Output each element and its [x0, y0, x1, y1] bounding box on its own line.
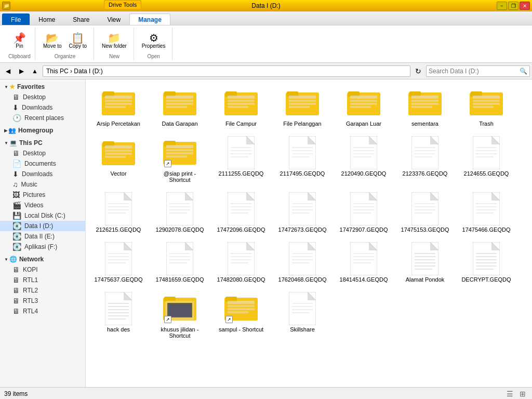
file-icon-2117495.GEQDQ — [289, 136, 316, 169]
list-item[interactable]: Skillshare — [274, 289, 331, 341]
downloads-label: Downloads — [22, 170, 52, 178]
drive-tools-tab[interactable]: Drive Tools — [104, 0, 141, 9]
file-icon-Data Garapan — [163, 86, 196, 119]
sidebar-network-header[interactable]: ▼ 🌐 Network — [0, 254, 85, 264]
file-name: Garapan Luar — [346, 121, 381, 127]
list-item[interactable]: 17475637.GEQDQ — [90, 240, 147, 285]
sidebar-item-datad[interactable]: 💽 Data I (D:) — [0, 221, 85, 231]
sidebar-item-aplikasi[interactable]: 💽 Aplikasi (F:) — [0, 242, 85, 252]
file-name: Vector — [110, 170, 126, 177]
list-item[interactable]: File Campur — [212, 84, 270, 129]
list-item[interactable]: 2117495.GEQDQ — [274, 134, 331, 185]
tab-manage[interactable]: Manage — [129, 14, 170, 25]
sidebar-item-rtl4[interactable]: 🖥 RTL4 — [0, 306, 85, 316]
sidebar-item-kopi[interactable]: 🖥 KOPI — [0, 264, 85, 275]
large-icons-view-button[interactable]: ⊞ — [517, 389, 528, 399]
sidebar-item-desktop[interactable]: 🖥 Desktop — [0, 92, 85, 102]
properties-button[interactable]: ⚙ Properties — [139, 31, 168, 50]
list-item[interactable]: File Pelanggan — [274, 84, 331, 129]
list-item[interactable]: 17475153.GEQDQ — [396, 190, 454, 235]
list-item[interactable]: ↗ @siap print - Shortcut — [151, 134, 208, 185]
ribbon-group-new: 📁 New folder New — [95, 28, 134, 60]
svg-rect-27 — [350, 100, 377, 102]
list-item[interactable]: Data Garapan — [151, 84, 208, 129]
tab-home[interactable]: Home — [30, 14, 64, 25]
file-name: 17620468.GEQDQ — [278, 276, 327, 283]
file-icon-sementara — [408, 86, 442, 119]
list-item[interactable]: 17481659.GEQDQ — [151, 240, 208, 285]
list-item[interactable]: 18414514.GEQDQ — [335, 240, 392, 285]
new-folder-button[interactable]: 📁 New folder — [99, 31, 129, 50]
list-item[interactable]: Vector — [90, 134, 147, 185]
close-button[interactable]: ✕ — [520, 2, 530, 10]
address-path[interactable]: This PC › Data I (D:) — [43, 65, 410, 77]
list-item[interactable]: 17472096.GEQDQ — [212, 190, 270, 235]
sidebar-thispc-header[interactable]: ▼ 💻 This PC — [0, 138, 85, 148]
list-item[interactable]: 2124655.GEQDQ — [458, 134, 515, 185]
thispc-icon: 💻 — [9, 139, 17, 147]
search-input[interactable] — [429, 68, 520, 75]
list-item[interactable]: 2111255.GEQDQ — [212, 134, 270, 185]
sidebar-homegroup-header[interactable]: ▶ 👥 Homegroup — [0, 125, 85, 136]
copy-to-button[interactable]: 📋 Copy to — [66, 31, 89, 50]
pictures-icon: 🖼 — [12, 191, 20, 199]
list-item[interactable]: 2123376.GEQDQ — [396, 134, 454, 185]
up-button[interactable]: ▲ — [29, 65, 41, 77]
sidebar-favorites-header[interactable]: ▼ ★ Favorites — [0, 82, 85, 92]
list-item[interactable]: 17620468.GEQDQ — [274, 240, 331, 285]
sidebar-item-rtl3[interactable]: 🖥 RTL3 — [0, 296, 85, 306]
list-item[interactable]: Trash — [458, 84, 515, 129]
search-box[interactable]: 🔍 — [426, 65, 530, 77]
title-bar: 📁 Drive Tools Data I (D:) − ❐ ✕ — [0, 0, 532, 11]
list-item[interactable]: 17472907.GEQDQ — [335, 190, 392, 235]
details-view-button[interactable]: ☰ — [504, 389, 515, 399]
svg-rect-208 — [228, 301, 255, 304]
list-item[interactable]: 2120490.GEQDQ — [335, 134, 392, 185]
refresh-button[interactable]: ↻ — [413, 65, 424, 77]
list-item[interactable]: Arsip Percetakan — [90, 84, 147, 129]
file-name: 17482080.GEQDQ — [217, 276, 265, 283]
sidebar-item-pictures[interactable]: 🖼 Pictures — [0, 190, 85, 200]
list-item[interactable]: Garapan Luar — [335, 84, 392, 129]
sidebar-item-music[interactable]: ♫ Music — [0, 179, 85, 190]
sidebar-item-rtl2[interactable]: 🖥 RTL2 — [0, 285, 85, 296]
svg-rect-209 — [228, 305, 255, 307]
list-item[interactable]: DECRYPT.GEQDQ — [458, 240, 515, 285]
list-item[interactable]: ↗ sampul - Shortcut — [212, 289, 270, 341]
restore-button[interactable]: ❐ — [508, 2, 518, 10]
list-item[interactable]: ↗ khusus jilidan - Shortcut — [151, 289, 208, 341]
sidebar-item-videos[interactable]: 🎬 Videos — [0, 200, 85, 210]
tab-view[interactable]: View — [98, 14, 129, 25]
title-bar-icon: 📁 — [2, 2, 10, 10]
sidebar-item-pc-desktop[interactable]: 🖥 Desktop — [0, 148, 85, 158]
item-count: 39 items — [4, 390, 28, 397]
move-to-button[interactable]: 📂 Move to — [41, 31, 64, 50]
ribbon: File Home Share View Manage 📌 Pin Clipbo… — [0, 11, 532, 63]
file-name: Trash — [479, 121, 494, 127]
pin-button[interactable]: 📌 Pin — [10, 31, 29, 50]
list-item[interactable]: 12902078.GEQDQ — [151, 190, 208, 235]
back-button[interactable]: ◀ — [2, 65, 14, 77]
svg-rect-210 — [228, 308, 255, 310]
sidebar-item-recent[interactable]: 🕐 Recent places — [0, 113, 85, 123]
minimize-button[interactable]: − — [497, 2, 507, 10]
sidebar-item-downloads[interactable]: ⬇ Downloads — [0, 169, 85, 179]
list-item[interactable]: sementara — [396, 84, 454, 129]
list-item[interactable]: 17475466.GEQDQ — [458, 190, 515, 235]
list-item[interactable]: 17482080.GEQDQ — [212, 240, 270, 285]
network-triangle: ▼ — [4, 257, 8, 262]
sidebar-item-rtl1[interactable]: 🖥 RTL1 — [0, 275, 85, 285]
sidebar-item-datae[interactable]: 💽 Data II (E:) — [0, 231, 85, 242]
list-item[interactable]: 17472673.GEQDQ — [274, 190, 331, 235]
svg-rect-11 — [166, 106, 187, 108]
sidebar-item-downloads-fav[interactable]: ⬇ Downloads — [0, 102, 85, 113]
list-item[interactable]: Alamat Pondok — [396, 240, 454, 285]
rtl2-icon: 🖥 — [12, 286, 20, 295]
tab-file[interactable]: File — [2, 14, 30, 25]
forward-button[interactable]: ▶ — [16, 65, 27, 77]
tab-share[interactable]: Share — [64, 14, 98, 25]
list-item[interactable]: 2126215.GEQDQ — [90, 190, 147, 235]
sidebar-item-localc[interactable]: 💾 Local Disk (C:) — [0, 210, 85, 221]
list-item[interactable]: hack des — [90, 289, 147, 341]
sidebar-item-documents[interactable]: 📄 Documents — [0, 158, 85, 169]
